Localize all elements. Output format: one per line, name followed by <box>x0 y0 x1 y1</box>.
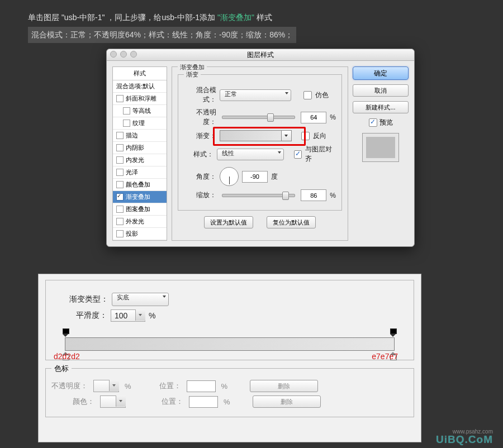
gradient-label: 渐变： <box>184 131 216 141</box>
checkbox[interactable] <box>116 181 124 188</box>
checkbox[interactable] <box>123 120 130 127</box>
stops-fieldset: 色标 不透明度： % 位置： % 删除 颜色： 位置： % 删除 <box>45 368 414 417</box>
align-label: 与图层对齐 <box>305 145 336 164</box>
opacity-label: 不透明度： <box>184 108 216 127</box>
blend-mode-select[interactable]: 正常 <box>220 89 291 101</box>
style-inner-shadow[interactable]: 内阴影 <box>113 142 167 154</box>
tutorial-instructions: 单击图层 "usb-中部-1" ，同上步骤，给usb-中部-1添加 "渐变叠加"… <box>0 0 503 46</box>
cancel-button[interactable]: 取消 <box>353 84 409 97</box>
opacity-slider[interactable] <box>222 116 295 119</box>
gradient-editor-top-group: 渐变类型： 实底 平滑度： 100 % d2d2d2 e7e7e7 <box>45 280 414 360</box>
style-list: 样式 混合选项:默认 斜面和浮雕 等高线 纹理 描边 内阴影 内发光 光泽 颜色… <box>112 66 167 241</box>
style-stroke[interactable]: 描边 <box>113 130 167 142</box>
dither-checkbox[interactable] <box>303 91 312 99</box>
scale-input[interactable] <box>301 189 326 201</box>
ok-button[interactable]: 确定 <box>353 66 409 80</box>
checkbox[interactable] <box>116 132 124 139</box>
checkbox[interactable] <box>116 144 124 151</box>
hex-label-left: d2d2d2 <box>54 352 80 361</box>
new-style-button[interactable]: 新建样式... <box>353 101 409 113</box>
checkbox[interactable] <box>123 107 130 115</box>
delete-stop-button[interactable]: 删除 <box>253 395 321 408</box>
stop-position-label: 位置： <box>159 381 181 391</box>
angle-dial[interactable] <box>220 167 239 186</box>
preview-checkbox[interactable] <box>369 118 377 127</box>
label: 确定 <box>374 69 387 78</box>
style-inner-glow[interactable]: 内发光 <box>113 154 167 166</box>
style-blend-options[interactable]: 混合选项:默认 <box>113 80 167 93</box>
gradient-preview-bar <box>65 337 395 351</box>
zoom-icon[interactable] <box>130 51 137 58</box>
preview-swatch <box>362 133 399 162</box>
gradient-type-select[interactable]: 实底 <box>112 293 169 306</box>
style-color-overlay[interactable]: 颜色叠加 <box>113 179 167 191</box>
stop-color-input[interactable] <box>100 395 126 408</box>
style-texture[interactable]: 纹理 <box>113 117 167 130</box>
watermark-logo: UiBQ.CoM <box>436 433 493 446</box>
stop-position-input[interactable] <box>189 396 218 408</box>
checkbox[interactable] <box>116 156 124 164</box>
chevron-down-icon[interactable] <box>116 395 126 407</box>
label: 描边 <box>126 131 138 140</box>
label: 删除 <box>281 398 293 406</box>
checkbox[interactable] <box>116 230 124 237</box>
dither-label: 仿色 <box>315 90 329 100</box>
label: 外发光 <box>126 217 144 226</box>
text: 样式 <box>257 13 272 22</box>
minimize-icon[interactable] <box>120 51 127 58</box>
hex-label-right: e7e7e7 <box>372 352 398 361</box>
text: 单击图层 <box>28 13 59 22</box>
annotation-highlight <box>213 127 306 146</box>
checkbox[interactable] <box>116 169 124 176</box>
gradient-bar[interactable] <box>65 337 395 351</box>
degree-label: 度 <box>271 172 278 182</box>
style-bevel[interactable]: 斜面和浮雕 <box>113 93 167 105</box>
label: 设置为默认值 <box>210 218 247 227</box>
angle-input[interactable] <box>242 171 268 183</box>
scale-slider[interactable] <box>222 194 295 197</box>
stop-position-label: 位置： <box>162 397 183 407</box>
stop-opacity-label: 不透明度： <box>51 381 88 391</box>
opacity-stop-left[interactable] <box>63 328 69 336</box>
value: 正常 <box>225 90 237 97</box>
close-icon[interactable] <box>110 51 117 58</box>
checkbox-checked[interactable] <box>116 193 124 201</box>
style-drop-shadow[interactable]: 投影 <box>113 228 167 240</box>
chevron-down-icon[interactable] <box>109 380 119 391</box>
opacity-stop-right[interactable] <box>390 328 397 336</box>
style-satin[interactable]: 光泽 <box>113 166 167 179</box>
make-default-button[interactable]: 设置为默认值 <box>204 216 253 228</box>
label: 光泽 <box>126 168 138 177</box>
chevron-down-icon[interactable] <box>135 309 145 321</box>
dialog-title: 图层样式 <box>247 51 274 59</box>
style-contour[interactable]: 等高线 <box>113 105 167 117</box>
checkbox[interactable] <box>116 95 124 102</box>
label: 投影 <box>126 230 138 238</box>
percent-label: % <box>125 382 131 390</box>
label: 复位为默认值 <box>273 218 310 227</box>
opacity-input[interactable] <box>301 112 326 123</box>
stop-position-input[interactable] <box>187 380 216 392</box>
label: 斜面和浮雕 <box>126 94 156 103</box>
checkbox[interactable] <box>116 218 124 225</box>
reset-default-button[interactable]: 复位为默认值 <box>267 216 316 228</box>
style-outer-glow[interactable]: 外发光 <box>113 216 167 228</box>
window-traffic-lights <box>110 51 137 58</box>
text-highlight: "渐变叠加" <box>217 13 254 22</box>
label: 混合选项:默认 <box>116 82 155 90</box>
style-list-header: 样式 <box>113 67 167 80</box>
style-gradient-overlay[interactable]: 渐变叠加 <box>113 191 167 203</box>
scale-label: 缩放： <box>184 190 216 200</box>
checkbox[interactable] <box>116 206 124 213</box>
gradient-style-select[interactable]: 线性 <box>217 149 284 160</box>
align-checkbox[interactable] <box>294 150 302 159</box>
value: 100 <box>111 311 127 320</box>
stop-opacity-input[interactable] <box>93 380 119 392</box>
style-pattern-overlay[interactable]: 图案叠加 <box>113 203 167 216</box>
delete-stop-button[interactable]: 删除 <box>250 380 318 392</box>
smoothness-input[interactable]: 100 <box>111 309 145 322</box>
value: 实底 <box>117 294 129 301</box>
gradient-type-label: 渐变类型： <box>69 294 108 304</box>
value: 线性 <box>222 150 234 156</box>
gradient-fieldset: 渐变 混合模式： 正常 仿色 不透明度： % 渐 <box>178 74 342 211</box>
